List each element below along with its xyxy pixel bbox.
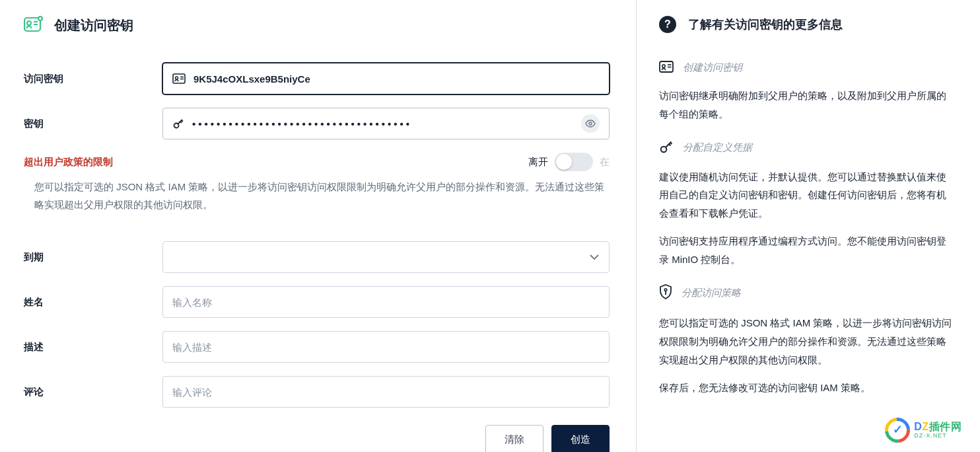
info-header: ? 了解有关访问密钥的更多信息 — [659, 16, 954, 33]
badge-icon — [172, 73, 186, 84]
key-icon — [172, 118, 184, 130]
info-section-title: 创建访问密钥 — [683, 61, 742, 74]
access-key-input[interactable] — [193, 73, 600, 85]
watermark: ✓ DZ插件网 DZ-X.NET — [885, 418, 962, 443]
info-section-title: 分配自定义凭据 — [683, 141, 752, 154]
description-input[interactable] — [162, 331, 610, 363]
clear-button[interactable]: 清除 — [485, 425, 543, 452]
comment-input[interactable] — [162, 376, 610, 408]
question-icon: ? — [659, 16, 676, 33]
name-label: 姓名 — [24, 296, 162, 309]
svg-point-1 — [27, 21, 31, 25]
svg-point-10 — [589, 122, 592, 125]
badge-icon — [659, 61, 674, 75]
chevron-down-icon — [589, 252, 600, 262]
page-title: 创建访问密钥 — [54, 17, 133, 34]
svg-point-12 — [662, 65, 665, 67]
info-section-body: 建议使用随机访问凭证，并默认提供。您可以通过替换默认值来使用自己的自定义访问密钥… — [659, 168, 954, 223]
svg-point-16 — [664, 289, 667, 291]
expiry-select[interactable] — [162, 241, 610, 273]
comment-label: 评论 — [24, 386, 162, 398]
expiry-label: 到期 — [24, 251, 162, 264]
access-key-input-wrap[interactable] — [162, 63, 610, 94]
secret-key-label: 密钥 — [24, 118, 162, 130]
watermark-url: DZ-X.NET — [914, 433, 962, 439]
description-label: 描述 — [24, 341, 162, 354]
name-input[interactable] — [162, 286, 610, 318]
access-key-label: 访问密钥 — [24, 73, 162, 85]
policy-restrict-toggle[interactable] — [555, 153, 593, 171]
access-key-icon — [24, 16, 44, 35]
svg-point-9 — [174, 124, 179, 128]
policy-restrict-description: 您可以指定可选的 JSON 格式 IAM 策略，以进一步将访问密钥访问权限限制为… — [24, 178, 610, 213]
shield-icon — [659, 284, 672, 302]
switch-on-label: 在 — [600, 156, 610, 169]
secret-key-input[interactable] — [192, 118, 573, 130]
info-section-body: 访问密钥继承明确附加到父用户的策略，以及附加到父用户所属的每个组的策略。 — [659, 87, 954, 124]
eye-icon — [585, 120, 596, 128]
info-section-title: 分配访问策略 — [682, 287, 741, 299]
info-section-body: 访问密钥支持应用程序通过编程方式访问。您不能使用访问密钥登录 MinIO 控制台… — [659, 232, 954, 269]
create-button[interactable]: 创造 — [551, 425, 610, 452]
watermark-badge-icon: ✓ — [885, 418, 910, 443]
page-header: 创建访问密钥 — [24, 16, 610, 35]
toggle-visibility-button[interactable] — [581, 114, 600, 133]
secret-key-input-wrap[interactable] — [162, 108, 610, 139]
policy-restrict-title: 超出用户政策的限制 — [24, 156, 113, 169]
info-section-body: 您可以指定可选的 JSON 格式 IAM 策略，以进一步将访问密钥访问权限限制为… — [659, 314, 954, 369]
svg-point-6 — [176, 77, 178, 79]
info-title: 了解有关访问密钥的更多信息 — [688, 17, 843, 32]
watermark-brand-suffix: 插件网 — [929, 421, 962, 432]
svg-point-15 — [661, 146, 666, 151]
switch-off-label: 离开 — [528, 156, 548, 169]
key-icon — [659, 139, 674, 156]
info-section-body: 保存后，您无法修改可选的访问密钥 IAM 策略。 — [659, 379, 954, 397]
